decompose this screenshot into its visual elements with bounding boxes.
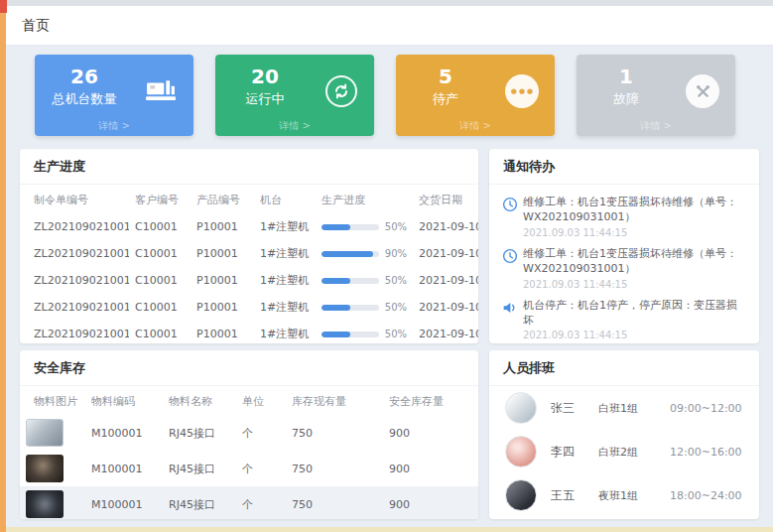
inventory-row: M100001RJ45接口个750900 bbox=[20, 451, 478, 486]
cell-machine: 1#注塑机 bbox=[254, 321, 316, 343]
column-header: 物料编码 bbox=[85, 386, 163, 415]
top-bar: 首页 bbox=[6, 6, 773, 46]
inventory-table-body: M100001RJ45接口个750900M100001RJ45接口个750900… bbox=[20, 415, 478, 519]
column-header: 物料图片 bbox=[20, 386, 85, 415]
cell-date: 2021-09-10 bbox=[413, 321, 478, 343]
card-detail-link[interactable]: 详情 > bbox=[215, 119, 374, 133]
notification-body: 维修工单：机台1变压器损坏待维修（单号：WX202109031001）2021.… bbox=[523, 246, 747, 290]
cell-customer: C10001 bbox=[129, 240, 191, 267]
cell-order: ZL202109021001 bbox=[20, 213, 129, 240]
cell-unit: 个 bbox=[236, 415, 286, 451]
cell-image bbox=[20, 486, 85, 519]
avatar bbox=[505, 392, 537, 424]
notification-text: 维修工单：机台1变压器损坏待维修（单号：WX202109031001） bbox=[523, 195, 747, 225]
notification-item[interactable]: 计划暂停：机台1生产计划已暂停2021.09.03 11:44:15 bbox=[489, 342, 759, 343]
stat-card-running[interactable]: 20运行中详情 > bbox=[215, 55, 374, 136]
cell-progress: 50% bbox=[316, 294, 413, 321]
card-label: 总机台数量 bbox=[35, 90, 134, 108]
card-value: 1 bbox=[577, 66, 676, 87]
notification-item[interactable]: 机台停产：机台1停产，停产原因：变压器损坏2021.09.03 11:44:15 bbox=[489, 292, 759, 343]
column-header: 单位 bbox=[236, 386, 286, 415]
column-header: 生产进度 bbox=[316, 185, 413, 213]
progress-bar bbox=[322, 251, 373, 257]
window-edge-corner bbox=[0, 0, 7, 13]
stat-card-total[interactable]: 26总机台数量详情 > bbox=[35, 55, 193, 136]
shift-time: 18:00~24:00 bbox=[670, 489, 742, 502]
cell-progress: 50% bbox=[316, 213, 413, 240]
tab-home[interactable]: 首页 bbox=[22, 17, 50, 35]
notification-time: 2021.09.03 11:44:15 bbox=[523, 330, 747, 340]
notification-item[interactable]: 维修工单：机台1变压器损坏待维修（单号：WX202109031001）2021.… bbox=[489, 240, 759, 292]
progress-track bbox=[322, 332, 379, 337]
person-name: 张三 bbox=[551, 400, 598, 417]
notification-text: 机台停产：机台1停产，停产原因：变压器损坏 bbox=[523, 298, 747, 329]
schedule-panel-title: 人员排班 bbox=[489, 350, 759, 386]
progress-track bbox=[322, 278, 379, 284]
person-name: 王五 bbox=[551, 487, 598, 504]
cell-product: P10001 bbox=[191, 213, 254, 240]
column-header: 安全库存量 bbox=[383, 386, 478, 415]
production-row: ZL202109021001C10001P100011#注塑机50%2021-0… bbox=[20, 267, 478, 294]
clock-icon bbox=[501, 246, 523, 290]
cell-order: ZL202109021001 bbox=[20, 240, 129, 267]
cell-progress: 50% bbox=[316, 267, 413, 294]
production-table-head: 制令单编号客户编号产品编号机台生产进度交货日期 bbox=[20, 185, 478, 213]
cell-product: P10001 bbox=[191, 294, 254, 321]
shift-label: 白班2组 bbox=[598, 445, 670, 460]
notification-body: 维修工单：机台1变压器损坏待维修（单号：WX202109031001）2021.… bbox=[523, 195, 747, 238]
inventory-table: 物料图片物料编码物料名称单位库存现有量安全库存量 M100001RJ45接口个7… bbox=[20, 386, 478, 519]
stat-card-waiting[interactable]: 5待产●●●详情 > bbox=[396, 55, 555, 136]
progress-track bbox=[322, 224, 379, 230]
progress-bar bbox=[322, 305, 350, 311]
card-main: 5待产 bbox=[396, 66, 495, 108]
avatar bbox=[505, 479, 537, 511]
progress-percent: 50% bbox=[385, 221, 407, 232]
cell-safety-stock: 900 bbox=[383, 415, 478, 451]
cell-image bbox=[20, 415, 85, 451]
cell-unit: 个 bbox=[236, 486, 286, 519]
cell-order: ZL202109021001 bbox=[20, 294, 129, 321]
progress-percent: 50% bbox=[385, 302, 407, 313]
column-header: 库存现有量 bbox=[286, 386, 383, 415]
notification-item[interactable]: 维修工单：机台1变压器损坏待维修（单号：WX202109031001）2021.… bbox=[489, 189, 759, 240]
cell-name: RJ45接口 bbox=[163, 451, 236, 486]
cell-machine: 1#注塑机 bbox=[254, 213, 316, 240]
production-table: 制令单编号客户编号产品编号机台生产进度交货日期 ZL202109021001C1… bbox=[20, 185, 478, 343]
cell-machine: 1#注塑机 bbox=[254, 294, 316, 321]
cell-safety-stock: 900 bbox=[383, 486, 478, 519]
card-detail-link[interactable]: 详情 > bbox=[577, 119, 735, 133]
progress-track bbox=[322, 251, 379, 257]
shift-label: 夜班1组 bbox=[598, 488, 670, 503]
notification-text: 维修工单：机台1变压器损坏待维修（单号：WX202109031001） bbox=[523, 246, 747, 277]
card-main: 26总机台数量 bbox=[35, 66, 134, 108]
notification-time: 2021.09.03 11:44:15 bbox=[523, 227, 747, 238]
cell-customer: C10001 bbox=[129, 267, 191, 294]
card-main: 20运行中 bbox=[215, 66, 315, 108]
stat-card-fault[interactable]: 1故障详情 > bbox=[577, 55, 735, 136]
card-label: 故障 bbox=[577, 90, 676, 108]
progress-bar bbox=[322, 278, 350, 284]
speaker-icon bbox=[501, 298, 523, 341]
stat-cards: 26总机台数量详情 >20运行中详情 >5待产●●●详情 >1故障详情 > bbox=[35, 55, 735, 136]
shift-time: 12:00~16:00 bbox=[670, 446, 742, 459]
material-image bbox=[26, 455, 64, 482]
cell-date: 2021-09-10 bbox=[413, 267, 478, 294]
inventory-row: M100001RJ45接口个750900 bbox=[20, 486, 478, 519]
notification-body: 机台停产：机台1停产，停产原因：变压器损坏2021.09.03 11:44:15 bbox=[523, 298, 747, 341]
schedule-row: 李四白班2组12:00~16:00 bbox=[489, 430, 759, 473]
column-header: 产品编号 bbox=[191, 185, 254, 213]
schedule-row: 王五夜班1组18:00~24:00 bbox=[489, 473, 759, 517]
clock-icon bbox=[501, 195, 523, 238]
shift-label: 白班1组 bbox=[598, 401, 670, 416]
card-detail-link[interactable]: 详情 > bbox=[35, 119, 193, 133]
card-detail-link[interactable]: 详情 > bbox=[396, 119, 555, 133]
production-panel: 生产进度 制令单编号客户编号产品编号机台生产进度交货日期 ZL202109021… bbox=[20, 149, 478, 343]
cell-unit: 个 bbox=[236, 451, 286, 486]
cell-date: 2021-09-10 bbox=[413, 294, 478, 321]
column-header: 客户编号 bbox=[129, 185, 191, 213]
cell-safety-stock: 900 bbox=[383, 451, 478, 486]
material-image bbox=[26, 490, 64, 518]
shift-time: 09:00~12:00 bbox=[670, 402, 742, 415]
cell-code: M100001 bbox=[85, 451, 163, 486]
cell-product: P10001 bbox=[191, 240, 254, 267]
